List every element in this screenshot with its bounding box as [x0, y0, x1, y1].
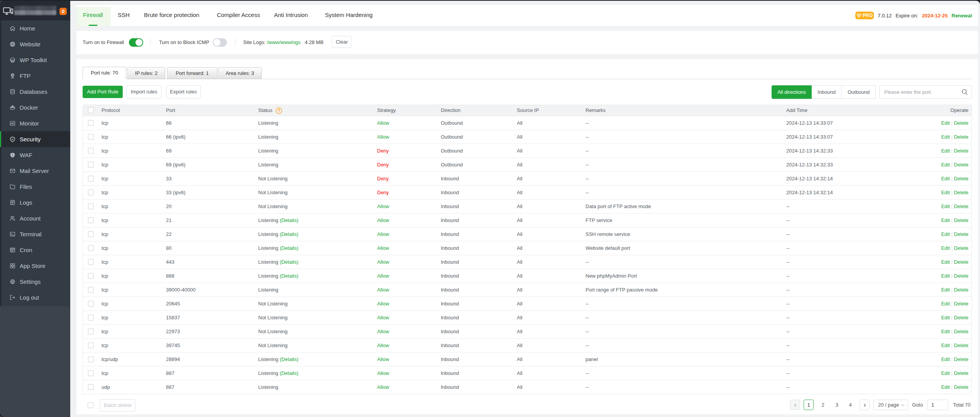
svg-text:?: ?	[278, 108, 280, 113]
